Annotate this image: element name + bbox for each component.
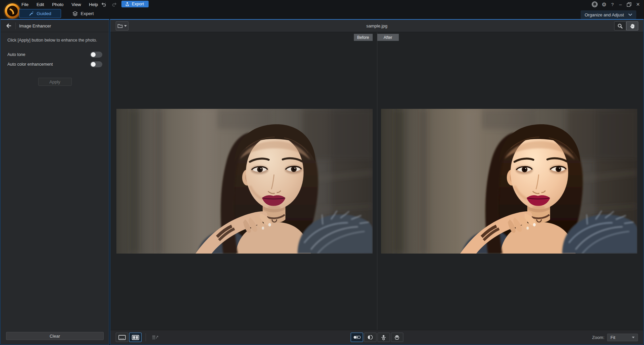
compare-canvas: Before After [110,32,643,330]
tab-expert-label: Expert [80,11,94,16]
redo-button[interactable] [110,1,119,8]
magnifier-icon [617,23,623,29]
pan-tool-button[interactable] [626,21,638,30]
compare-mode-group [351,333,403,342]
restore-icon [627,2,632,7]
zoom-control: Zoom: Fit [592,330,638,345]
header-divider [15,22,16,29]
photo-before [116,109,373,254]
apply-button[interactable]: Apply [38,78,72,86]
back-button[interactable] [3,22,13,30]
export-label: Export [132,2,144,6]
auto-tone-toggle[interactable] [90,52,102,58]
minimize-button[interactable]: – [617,1,624,8]
help-icon: ? [611,2,614,7]
split-view-icon [132,335,139,340]
export-icon [125,2,130,7]
clear-button[interactable]: Clear [6,332,104,340]
split-left-right-button[interactable] [364,333,376,342]
app-window: File Edit Photo View Help Export [0,0,644,345]
toggle-knob [91,52,96,57]
settings-button[interactable]: ⚙ [600,1,608,8]
before-label-text: Before [357,35,369,40]
undo-icon [101,2,107,7]
gear-icon: ⚙ [602,1,606,8]
single-view-button[interactable] [116,333,128,342]
wand-icon [29,11,34,16]
menu-edit[interactable]: Edit [33,2,48,7]
side-by-side-icon [353,335,361,340]
split-divider[interactable] [377,32,377,330]
menu-photo[interactable]: Photo [48,2,67,7]
split-top-bottom-button[interactable] [391,333,403,342]
zoom-value: Fit [610,335,615,340]
restore-button[interactable] [625,1,633,8]
bell-icon [591,1,598,8]
notifications-button[interactable] [591,1,598,8]
after-label-text: After [384,35,392,40]
editor-panel: sample.jpg Before After [110,19,644,345]
menu-bar: File Edit Photo View Help [17,0,109,9]
app-logo [5,3,20,19]
single-view-icon [118,335,126,340]
auto-tone-row: Auto tone [7,52,102,58]
menu-file[interactable]: File [17,2,33,7]
editor-toolbar: sample.jpg [110,20,643,32]
undo-button[interactable] [99,1,108,8]
help-button[interactable]: ? [609,1,616,8]
toolbar-divider [146,333,146,341]
workspace-switcher[interactable]: Organize and Adjust [581,10,636,19]
filename-label: sample.jpg [110,20,643,32]
layers-icon [72,11,78,16]
split-view-button[interactable] [129,333,142,342]
auto-color-toggle[interactable] [90,61,102,67]
split-left-right-icon [367,335,373,340]
tab-guided-label: Guided [37,11,51,16]
auto-color-label: Auto color enhancement [7,62,53,67]
view-mode-group [116,333,161,342]
export-button[interactable]: Export [121,1,149,7]
sidebar-header: Image Enhancer [1,20,109,32]
after-label: After [377,34,399,41]
send-to-expert-button [150,333,161,342]
workspace-switcher-label: Organize and Adjust [585,12,624,17]
back-arrow-icon [6,23,11,28]
tab-guided[interactable]: Guided [19,9,61,18]
photo-after [381,109,637,254]
auto-tone-label: Auto tone [7,52,25,57]
auto-color-row: Auto color enhancement [7,61,102,67]
panel-title: Image Enhancer [19,23,51,28]
tab-expert[interactable]: Expert [68,9,98,18]
close-button[interactable]: × [634,1,642,8]
zoom-tool-button[interactable] [614,21,626,30]
over-under-icon [381,335,386,340]
guided-sidebar: Image Enhancer Click [Apply] button belo… [0,19,109,345]
side-by-side-button[interactable] [351,333,363,342]
zoom-select[interactable]: Fit [607,334,638,341]
toggle-knob [91,62,96,67]
title-bar: File Edit Photo View Help Export [0,0,644,9]
redo-icon [111,2,117,7]
close-icon: × [636,1,640,8]
instruction-text: Click [Apply] button below to enhance th… [1,32,109,43]
split-top-bottom-icon [394,335,400,340]
minimize-icon: – [619,2,622,7]
over-under-button[interactable] [377,333,390,342]
caret-down-icon [632,337,635,338]
chevron-down-icon [628,13,632,16]
menu-view[interactable]: View [67,2,85,7]
editor-bottom-bar: Zoom: Fit [110,330,643,344]
zoom-label: Zoom: [592,335,604,340]
before-label: Before [354,34,373,41]
layers-export-icon [152,335,159,340]
sidebar-spacer [1,86,109,332]
hand-icon [630,23,635,29]
